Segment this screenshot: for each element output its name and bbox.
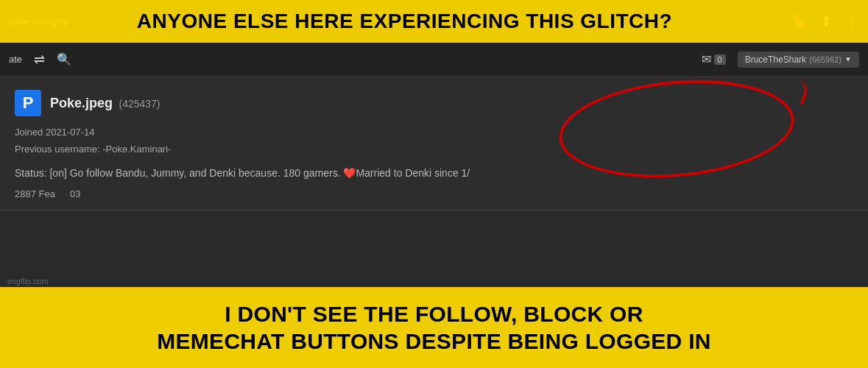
title-banner: ANYONE ELSE HERE EXPERIENCING THIS GLITC… [0,0,868,43]
mail-count: 0 [714,54,726,65]
mail-icon[interactable]: ✉ [702,52,711,66]
title-banner-text: ANYONE ELSE HERE EXPERIENCING THIS GLITC… [137,9,672,34]
profile-user-id: (425437) [119,98,160,110]
user-name: BruceTheShark [745,54,806,65]
profile-card: P Poke.jpeg (425437) Joined 2021-07-14 P… [0,77,868,210]
user-id: (665962) [809,55,841,64]
mail-wrap: ✉ 0 [702,52,726,66]
previous-username: Previous username: -Poke.Kaminari- [15,141,853,158]
profile-name-wrap: Poke.jpeg (425437) [50,96,160,111]
bottom-banner-text: I DON'T SEE THE FOLLOW, BLOCK OR MEMECHA… [157,300,711,355]
screenshot-container: 🔇 ↕ 4G ▊▊▊ ▭ rofile – Imgflip 🔖 ⬆ ⋮ ANYO… [0,0,868,368]
nav-right: ✉ 0 BruceTheShark (665962) ▼ [702,52,859,68]
user-dropdown-icon[interactable]: ▼ [844,55,852,63]
profile-stats: 2887 Fea 03 [15,188,853,199]
imgflip-watermark: imgflip.com [7,277,49,286]
nav-item-ate[interactable]: ate [9,54,22,65]
following-stat: 03 [70,188,80,199]
status-text: Status: [on] Go follow Bandu, Jummy, and… [15,167,470,179]
shuffle-icon[interactable]: ⇌ [34,52,45,68]
user-button[interactable]: BruceTheShark (665962) ▼ [738,52,859,68]
followers-stat: 2887 Fea [15,188,55,199]
join-date: Joined 2021-07-14 [15,124,853,141]
profile-status: Status: [on] Go follow Bandu, Jummy, and… [15,166,853,181]
search-icon[interactable]: 🔍 [57,52,71,66]
bottom-banner: I DON'T SEE THE FOLLOW, BLOCK OR MEMECHA… [0,287,868,368]
profile-avatar-icon: P [15,90,41,116]
profile-username: Poke.jpeg [50,96,113,110]
nav-bar: ate ⇌ 🔍 ✉ 0 BruceTheShark (665962) ▼ [0,43,868,77]
profile-joined: Joined 2021-07-14 Previous username: -Po… [15,124,853,158]
watermark-text: imgflip.com [7,277,49,286]
profile-header: P Poke.jpeg (425437) [15,90,853,116]
